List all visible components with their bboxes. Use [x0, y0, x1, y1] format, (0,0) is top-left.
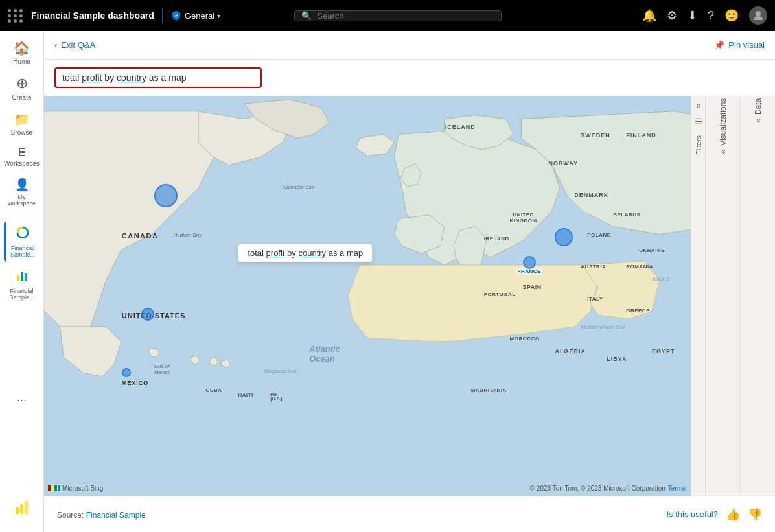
- map-container[interactable]: ICELAND SWEDEN FINLAND NORWAY DENMARK UN…: [44, 96, 691, 496]
- sidebar-label-financial-1: Financial Sample...: [8, 245, 38, 258]
- main-container: 🏠 Home ⊕ Create 📁 Browse 🖥 Workspaces 👤 …: [0, 31, 775, 532]
- sidebar-item-home[interactable]: 🏠 Home: [4, 36, 40, 69]
- query-profit-word: profit: [82, 73, 102, 83]
- top-nav: Financial Sample dashboard General ▾ 🔍 🔔…: [0, 0, 775, 31]
- sidebar-label-home: Home: [13, 58, 30, 65]
- sidebar: 🏠 Home ⊕ Create 📁 Browse 🖥 Workspaces 👤 …: [0, 31, 44, 532]
- source-prefix: Source:: [57, 511, 86, 520]
- query-text: total profit by country as a map: [62, 73, 186, 83]
- svg-rect-7: [25, 501, 28, 514]
- create-icon: ⊕: [16, 75, 28, 92]
- filters-panel[interactable]: « ☰ Filters: [691, 96, 705, 496]
- data-panel-label-wrap[interactable]: « Data: [754, 98, 763, 128]
- svg-rect-5: [16, 507, 19, 514]
- nav-divider: [162, 8, 163, 23]
- content-area: ‹ Exit Q&A 📌 Pin visual total profit by …: [44, 31, 775, 532]
- filters-collapse-chevron: «: [696, 101, 700, 110]
- search-bar[interactable]: 🔍: [294, 10, 502, 21]
- bing-logo: Microsoft Bing: [48, 485, 103, 492]
- sidebar-label-financial-2: Financial Sample...: [6, 288, 38, 301]
- source-link[interactable]: Financial Sample: [86, 511, 146, 520]
- svg-rect-4: [25, 273, 27, 281]
- powerbi-logo: [13, 498, 31, 519]
- query-country-word: country: [117, 73, 146, 83]
- data-panel[interactable]: « Data: [740, 96, 775, 496]
- query-bar: total profit by country as a map: [44, 60, 775, 96]
- home-icon: 🏠: [14, 40, 30, 56]
- sidebar-label-my-workspace: My workspace: [6, 194, 38, 207]
- sidebar-separator: [9, 216, 35, 216]
- attribution-text: © 2023 TomTom, © 2023 Microsoft Corporat…: [530, 485, 665, 492]
- useful-section: Is this useful? 👍 👎: [667, 507, 763, 522]
- svg-point-0: [756, 11, 761, 16]
- thumbs-down-button[interactable]: 👎: [748, 507, 762, 522]
- viz-panel-label-wrap[interactable]: « Visualizations: [719, 98, 728, 159]
- bubble-usa[interactable]: [141, 308, 154, 321]
- bell-icon[interactable]: 🔔: [642, 8, 656, 23]
- my-workspace-icon: 👤: [15, 178, 29, 192]
- query-input-wrap[interactable]: total profit by country as a map: [54, 67, 262, 88]
- shield-icon: [170, 10, 182, 21]
- bing-text: Microsoft Bing: [62, 485, 103, 492]
- sidebar-item-financial-1[interactable]: Financial Sample...: [4, 222, 40, 262]
- workspaces-icon: 🖥: [17, 146, 27, 158]
- sidebar-more-button[interactable]: ...: [17, 391, 27, 404]
- qna-bar: ‹ Exit Q&A 📌 Pin visual: [44, 31, 775, 60]
- bottom-bar: Source: Financial Sample Is this useful?…: [44, 496, 775, 532]
- right-panels: « ☰ Filters « Visualizations « Data: [691, 96, 775, 496]
- bubble-germany[interactable]: [555, 228, 573, 246]
- search-icon: 🔍: [301, 11, 312, 21]
- back-arrow-icon: ‹: [54, 40, 57, 50]
- pin-visual-label: Pin visual: [728, 40, 765, 50]
- terms-link[interactable]: Terms: [668, 485, 686, 492]
- data-chevron-icon: «: [754, 119, 763, 123]
- map-inner: ICELAND SWEDEN FINLAND NORWAY DENMARK UN…: [44, 96, 691, 496]
- general-dropdown[interactable]: General ▾: [170, 10, 220, 21]
- svg-rect-3: [21, 272, 23, 281]
- sidebar-label-workspaces: Workspaces: [4, 160, 40, 167]
- sidebar-item-browse[interactable]: 📁 Browse: [4, 108, 40, 140]
- pin-icon: 📌: [714, 40, 724, 50]
- bing-flag-icon: [48, 485, 60, 491]
- viz-label: Visualizations: [719, 98, 728, 146]
- bubble-canada[interactable]: [154, 184, 178, 207]
- download-icon[interactable]: ⬇: [688, 8, 697, 23]
- financial-bar-icon: [15, 268, 29, 286]
- general-chevron-icon: ▾: [217, 12, 220, 19]
- pin-visual-button[interactable]: 📌 Pin visual: [714, 40, 765, 50]
- filters-bars-icon: ☰: [695, 117, 702, 126]
- visualizations-panel[interactable]: « Visualizations: [705, 96, 740, 496]
- sidebar-label-browse: Browse: [11, 129, 32, 136]
- exit-qna-button[interactable]: ‹ Exit Q&A: [54, 40, 95, 50]
- map-row: ICELAND SWEDEN FINLAND NORWAY DENMARK UN…: [44, 96, 775, 496]
- map-attribution: © 2023 TomTom, © 2023 Microsoft Corporat…: [530, 485, 686, 492]
- smiley-icon[interactable]: 🙂: [724, 8, 739, 23]
- sidebar-item-create[interactable]: ⊕ Create: [4, 71, 40, 105]
- sidebar-item-financial-2[interactable]: Financial Sample...: [4, 264, 40, 305]
- avatar[interactable]: [749, 6, 767, 25]
- browse-icon: 📁: [14, 111, 30, 127]
- sidebar-label-create: Create: [12, 94, 31, 101]
- data-label: Data: [754, 98, 763, 115]
- help-icon[interactable]: ?: [708, 9, 714, 23]
- nav-icon-group: 🔔 ⚙ ⬇ ? 🙂: [642, 6, 767, 25]
- bubble-france[interactable]: [523, 256, 536, 269]
- search-input[interactable]: [317, 11, 494, 21]
- svg-rect-6: [20, 504, 23, 514]
- financial-donut-icon: [16, 226, 30, 243]
- sidebar-item-my-workspace[interactable]: 👤 My workspace: [4, 174, 40, 211]
- app-grid-icon[interactable]: [8, 9, 23, 23]
- gear-icon[interactable]: ⚙: [667, 8, 677, 23]
- sidebar-item-workspaces[interactable]: 🖥 Workspaces: [4, 143, 40, 171]
- dashboard-title: Financial Sample dashboard: [31, 10, 154, 21]
- svg-rect-2: [17, 275, 19, 281]
- thumbs-up-button[interactable]: 👍: [726, 507, 740, 522]
- viz-chevron-icon: «: [719, 150, 728, 154]
- useful-text: Is this useful?: [667, 509, 719, 519]
- source-section: Source: Financial Sample: [57, 509, 146, 520]
- query-map-word: map: [168, 73, 186, 83]
- more-icon: ...: [17, 391, 27, 404]
- filters-label: Filters: [695, 135, 702, 155]
- world-map-svg: [44, 96, 691, 496]
- bubble-mexico[interactable]: [122, 368, 131, 377]
